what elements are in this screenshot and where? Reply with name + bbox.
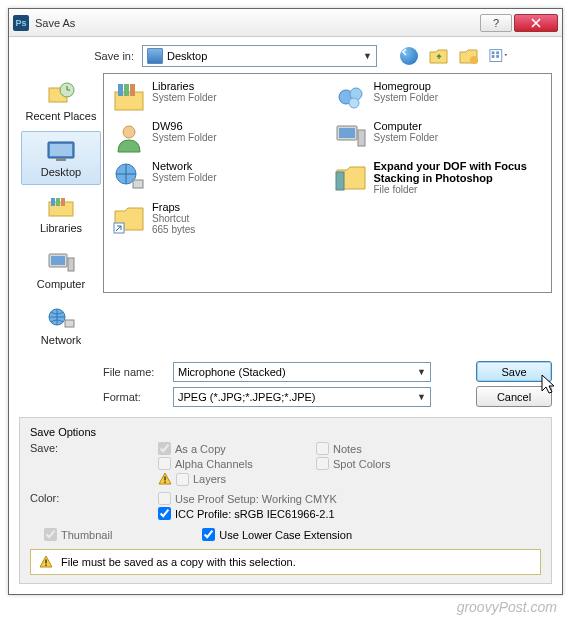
format-label: Format: bbox=[103, 391, 173, 403]
svg-rect-38 bbox=[45, 565, 46, 566]
svg-rect-4 bbox=[496, 51, 499, 54]
watermark: groovyPost.com bbox=[8, 599, 563, 615]
folder-new-icon bbox=[459, 47, 479, 65]
place-desktop[interactable]: Desktop bbox=[21, 131, 101, 185]
place-recent[interactable]: Recent Places bbox=[21, 75, 101, 129]
network-icon bbox=[112, 160, 146, 194]
file-item[interactable]: Expand your DOF with Focus Stacking in P… bbox=[334, 160, 544, 195]
savein-label: Save in: bbox=[79, 50, 134, 62]
svg-rect-13 bbox=[56, 198, 60, 206]
chevron-down-icon: ▼ bbox=[417, 367, 426, 377]
file-item[interactable]: HomegroupSystem Folder bbox=[334, 80, 544, 114]
svg-rect-35 bbox=[164, 477, 165, 481]
checkbox-alpha-channels: Alpha Channels bbox=[158, 457, 308, 470]
checkbox-notes: Notes bbox=[316, 442, 466, 455]
save-subheading: Save: bbox=[30, 442, 120, 486]
file-item[interactable]: FrapsShortcut 665 bytes bbox=[112, 201, 322, 235]
save-as-dialog: Ps Save As ? Save in: Desktop ▼ bbox=[8, 8, 563, 595]
savein-value: Desktop bbox=[167, 50, 207, 62]
recent-places-icon bbox=[45, 82, 77, 108]
computer-icon bbox=[45, 250, 77, 276]
svg-rect-36 bbox=[164, 482, 165, 483]
window-title: Save As bbox=[35, 17, 478, 29]
svg-point-27 bbox=[123, 126, 135, 138]
titlebar: Ps Save As ? bbox=[9, 9, 562, 37]
checkbox-layers: Layers bbox=[158, 472, 308, 486]
svg-rect-12 bbox=[51, 198, 55, 206]
filename-combo[interactable]: ▼ bbox=[173, 362, 431, 382]
chevron-down-icon: ▼ bbox=[417, 392, 426, 402]
svg-rect-14 bbox=[61, 198, 65, 206]
libraries-icon bbox=[45, 194, 77, 220]
checkbox-lowercase-ext[interactable]: Use Lower Case Extension bbox=[202, 528, 352, 541]
place-computer[interactable]: Computer bbox=[21, 243, 101, 297]
svg-rect-29 bbox=[339, 128, 355, 138]
folder-icon bbox=[334, 160, 368, 194]
checkbox-icc-profile[interactable]: ICC Profile: sRGB IEC61966-2.1 bbox=[158, 507, 541, 520]
file-list[interactable]: LibrariesSystem Folder HomegroupSystem F… bbox=[103, 73, 552, 293]
svg-rect-21 bbox=[118, 84, 123, 96]
libraries-icon bbox=[112, 80, 146, 114]
color-subheading: Color: bbox=[30, 492, 120, 520]
chevron-down-icon: ▼ bbox=[363, 51, 372, 61]
user-icon bbox=[112, 120, 146, 154]
svg-rect-10 bbox=[56, 158, 66, 161]
desktop-icon bbox=[45, 138, 77, 164]
svg-rect-5 bbox=[496, 55, 499, 58]
nav-back-button[interactable] bbox=[399, 46, 419, 66]
file-item[interactable]: LibrariesSystem Folder bbox=[112, 80, 322, 114]
place-libraries[interactable]: Libraries bbox=[21, 187, 101, 241]
views-icon bbox=[489, 47, 509, 65]
savein-combo[interactable]: Desktop ▼ bbox=[142, 45, 377, 67]
help-button[interactable]: ? bbox=[480, 14, 512, 32]
network-icon bbox=[45, 306, 77, 332]
svg-rect-17 bbox=[68, 258, 74, 271]
svg-point-0 bbox=[470, 56, 478, 64]
places-bar: Recent Places Desktop Libraries Computer… bbox=[19, 73, 103, 353]
svg-rect-33 bbox=[336, 172, 344, 190]
folder-shortcut-icon bbox=[112, 201, 146, 235]
svg-rect-3 bbox=[492, 55, 495, 58]
arrow-left-icon bbox=[400, 47, 418, 65]
format-combo[interactable]: JPEG (*.JPG;*.JPEG;*.JPE) ▼ bbox=[173, 387, 431, 407]
warning-icon bbox=[158, 472, 172, 486]
checkbox-spot-colors: Spot Colors bbox=[316, 457, 466, 470]
save-options-panel: Save Options Save: As a Copy Notes Alpha… bbox=[19, 417, 552, 584]
svg-rect-32 bbox=[133, 180, 143, 188]
checkbox-as-a-copy: As a Copy bbox=[158, 442, 308, 455]
place-network[interactable]: Network bbox=[21, 299, 101, 353]
svg-rect-16 bbox=[51, 256, 65, 265]
nav-up-button[interactable] bbox=[429, 46, 449, 66]
save-options-heading: Save Options bbox=[30, 426, 541, 438]
filename-label: File name: bbox=[103, 366, 173, 378]
svg-rect-9 bbox=[50, 144, 72, 156]
nav-views-button[interactable] bbox=[489, 46, 509, 66]
close-icon bbox=[531, 18, 541, 28]
svg-rect-2 bbox=[492, 51, 495, 54]
computer-icon bbox=[334, 120, 368, 154]
desktop-icon bbox=[147, 48, 163, 64]
svg-rect-30 bbox=[358, 130, 365, 146]
close-button[interactable] bbox=[514, 14, 558, 32]
app-icon: Ps bbox=[13, 15, 29, 31]
svg-rect-22 bbox=[124, 84, 129, 96]
file-item[interactable]: ComputerSystem Folder bbox=[334, 120, 544, 154]
cursor-icon bbox=[540, 373, 558, 395]
folder-up-icon bbox=[429, 47, 449, 65]
notice-text: File must be saved as a copy with this s… bbox=[61, 556, 296, 568]
file-item[interactable]: NetworkSystem Folder bbox=[112, 160, 322, 195]
homegroup-icon bbox=[334, 80, 368, 114]
nav-newfolder-button[interactable] bbox=[459, 46, 479, 66]
format-value: JPEG (*.JPG;*.JPEG;*.JPE) bbox=[178, 391, 417, 403]
warning-icon bbox=[39, 555, 53, 569]
svg-rect-19 bbox=[65, 320, 74, 327]
svg-rect-23 bbox=[130, 84, 135, 96]
svg-point-26 bbox=[349, 98, 359, 108]
filename-input[interactable] bbox=[178, 366, 417, 378]
svg-rect-1 bbox=[490, 50, 502, 62]
svg-rect-37 bbox=[45, 560, 46, 564]
checkbox-thumbnail: Thumbnail bbox=[44, 528, 112, 541]
file-item[interactable]: DW96System Folder bbox=[112, 120, 322, 154]
notice-box: File must be saved as a copy with this s… bbox=[30, 549, 541, 575]
checkbox-proof-setup: Use Proof Setup: Working CMYK bbox=[158, 492, 541, 505]
